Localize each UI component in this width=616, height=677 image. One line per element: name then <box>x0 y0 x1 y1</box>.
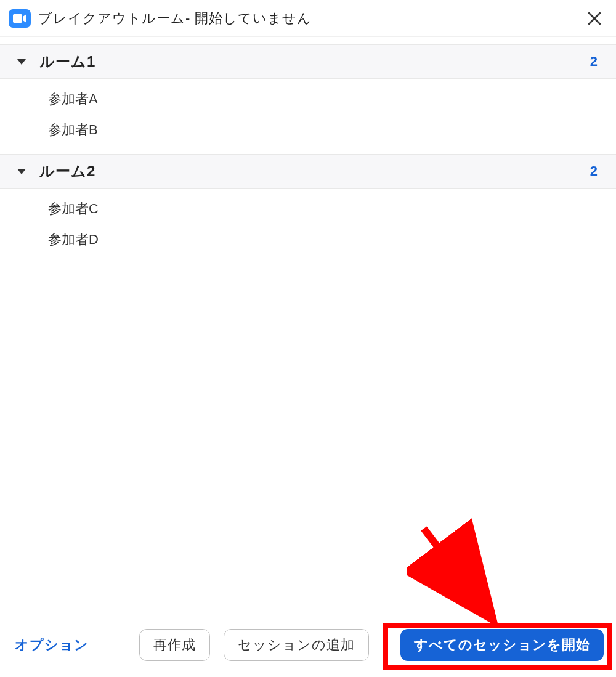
close-icon <box>586 10 602 26</box>
titlebar: ブレイクアウトルーム- 開始していません <box>0 0 616 37</box>
red-arrow-icon <box>407 517 517 628</box>
list-item[interactable]: 参加者B <box>48 115 616 145</box>
list-item[interactable]: 参加者D <box>48 224 616 255</box>
chevron-down-icon <box>17 59 26 65</box>
options-link[interactable]: オプション <box>15 636 89 654</box>
list-item[interactable]: 参加者A <box>48 84 616 115</box>
room-count: 2 <box>590 163 598 179</box>
room-header-2[interactable]: ルーム2 2 <box>0 154 616 189</box>
start-all-sessions-button[interactable]: すべてのセッションを開始 <box>400 629 604 661</box>
room-name: ルーム1 <box>39 52 95 71</box>
svg-rect-0 <box>13 14 22 23</box>
close-button[interactable] <box>582 6 607 31</box>
list-item[interactable]: 参加者C <box>48 193 616 224</box>
rooms-list: ルーム1 2 参加者A 参加者B ルーム2 2 参加者C 参加者D <box>0 37 616 264</box>
svg-line-3 <box>424 529 485 610</box>
camera-icon <box>9 9 31 28</box>
recreate-button[interactable]: 再作成 <box>139 629 210 661</box>
room-1-participants: 参加者A 参加者B <box>0 79 616 154</box>
window-title: ブレイクアウトルーム- 開始していません <box>38 9 312 28</box>
room-name: ルーム2 <box>39 161 95 181</box>
room-count: 2 <box>590 54 598 70</box>
room-2-participants: 参加者C 参加者D <box>0 189 616 264</box>
footer-toolbar: オプション 再作成 セッションの追加 すべてのセッションを開始 <box>0 620 616 670</box>
room-header-1[interactable]: ルーム1 2 <box>0 44 616 79</box>
chevron-down-icon <box>17 169 26 174</box>
add-session-button[interactable]: セッションの追加 <box>224 629 369 661</box>
